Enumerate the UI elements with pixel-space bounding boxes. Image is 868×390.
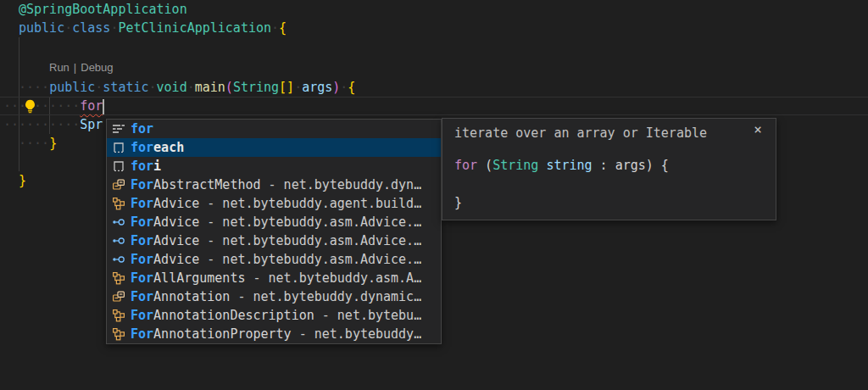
symbol-class-icon	[112, 290, 125, 304]
label-rest: Annotation	[153, 289, 230, 304]
codelens-separator: |	[74, 61, 76, 74]
label-rest: AbstractMethod	[153, 177, 260, 192]
suggestion-label: foreach	[131, 140, 184, 155]
symbol-interface-icon	[112, 215, 125, 229]
symbol-interface-icon	[112, 253, 125, 266]
suggestion-detail: - net.bytebuddy.dynamic…	[230, 289, 421, 304]
code-token: :	[593, 158, 615, 173]
matched-prefix: For	[131, 308, 153, 323]
suggestion-item[interactable]: ForAbstractMethod - net.bytebuddy.dyn…	[107, 176, 441, 194]
code-token: ·	[64, 20, 72, 36]
suggestion-item[interactable]: ForAnnotationProperty - net.bytebuddy…	[107, 325, 441, 343]
code-token: ·	[340, 80, 348, 95]
codelens-debug-link[interactable]: Debug	[81, 61, 113, 74]
code-token: args	[615, 158, 646, 173]
suggestion-detail: - net.bytebu…	[314, 308, 421, 323]
code-line[interactable]: ····public·static·void·main(String[]·arg…	[19, 78, 355, 97]
suggestion-item[interactable]: ForAdvice - net.bytebuddy.agent.build…	[107, 194, 441, 213]
label-rest: Advice	[153, 214, 199, 230]
matched-prefix: for	[131, 121, 153, 136]
suggestion-detail: - net.bytebuddy…	[292, 326, 422, 342]
code-token: (	[225, 80, 233, 95]
code-token: String	[492, 158, 538, 173]
suggestion-label: ForAllArguments - net.bytebuddy.asm.A…	[131, 270, 421, 286]
label-rest: i	[153, 159, 161, 174]
symbol-snippet-icon	[112, 141, 125, 154]
code-token: []	[279, 80, 294, 95]
code-token: args	[302, 80, 332, 95]
suggestion-item[interactable]: ForAnnotation - net.bytebuddy.dynamic…	[107, 287, 441, 306]
symbol-class-icon	[112, 178, 125, 192]
label-rest: Advice	[153, 196, 199, 211]
suggestion-detail: - net.bytebuddy.asm.Advice.…	[199, 214, 421, 230]
suggestion-label: ForAnnotationDescription - net.bytebu…	[131, 308, 421, 323]
matched-prefix: For	[131, 289, 153, 304]
label-rest: Advice	[153, 252, 199, 267]
suggestion-detail: - net.bytebuddy.asm.Advice.…	[199, 233, 421, 248]
symbol-struct-icon	[112, 309, 125, 322]
code-line[interactable]: @SpringBootApplication	[19, 0, 187, 19]
matched-prefix: For	[131, 177, 153, 192]
suggestion-item[interactable]: for	[107, 120, 441, 138]
matched-prefix: for	[131, 159, 153, 174]
code-token: @SpringBootApplication	[19, 2, 187, 17]
code-editor[interactable]: @SpringBootApplicationpublic·class·PetCl…	[0, 0, 868, 390]
label-rest: AllArguments	[153, 270, 245, 286]
suggestion-item[interactable]: ForAllArguments - net.bytebuddy.asm.A…	[107, 269, 441, 287]
matched-prefix: For	[131, 196, 153, 211]
code-token: {	[279, 20, 287, 36]
suggestion-detail: - net.bytebuddy.dyn…	[261, 177, 422, 192]
suggest-widget: forforeachforiForAbstractMethod - net.by…	[106, 119, 442, 344]
suggestion-label: for	[131, 121, 153, 136]
lightbulb-icon[interactable]	[23, 99, 37, 114]
code-token: (	[477, 158, 492, 173]
suggestion-item[interactable]: ForAnnotationDescription - net.bytebu…	[107, 306, 441, 325]
matched-prefix: For	[131, 214, 153, 230]
code-token: ·	[187, 80, 195, 95]
codelens: Run|Debug	[49, 60, 114, 75]
suggestion-item[interactable]: ForAdvice - net.bytebuddy.asm.Advice.…	[107, 250, 441, 269]
code-token: ····	[19, 80, 49, 95]
typed-word-with-error-squiggle: for	[80, 98, 103, 114]
suggestion-item[interactable]: ForAdvice - net.bytebuddy.asm.Advice.…	[107, 231, 441, 250]
whitespace-dots: ··	[3, 97, 19, 115]
code-token: ·	[95, 80, 103, 95]
label-rest: AnnotationProperty	[153, 326, 292, 342]
close-icon[interactable]: ×	[750, 122, 765, 137]
code-token: ·	[149, 80, 157, 95]
whitespace-dots: ··	[3, 115, 19, 134]
codelens-run-link[interactable]: Run	[49, 61, 70, 74]
suggestion-label: ForAdvice - net.bytebuddy.asm.Advice.…	[131, 252, 421, 267]
suggestion-label: ForAdvice - net.bytebuddy.asm.Advice.…	[131, 214, 421, 230]
suggestion-detail: - net.bytebuddy.agent.build…	[199, 196, 421, 211]
code-token: main	[195, 80, 225, 95]
matched-prefix: For	[131, 326, 153, 342]
text-cursor	[103, 99, 104, 114]
code-token: public	[49, 80, 95, 95]
code-token: string	[546, 158, 592, 173]
symbol-struct-icon	[112, 327, 125, 341]
code-token: ·	[271, 20, 279, 36]
docs-summary: iterate over an array or Iterable	[454, 124, 707, 142]
label-rest: Advice	[153, 233, 199, 248]
code-line[interactable]: }	[19, 171, 26, 190]
label-rest: each	[153, 140, 184, 155]
symbol-snippet-icon	[112, 159, 125, 173]
code-token: )	[332, 80, 340, 95]
code-token: PetClinicApplication	[118, 20, 271, 36]
suggest-docs-panel: iterate over an array or Iterable × for …	[442, 118, 776, 220]
matched-prefix: For	[131, 252, 153, 267]
suggestion-item[interactable]: ForAdvice - net.bytebuddy.asm.Advice.…	[107, 213, 441, 231]
symbol-interface-icon	[112, 234, 125, 248]
current-line-highlight	[0, 97, 868, 115]
code-line[interactable]: public·class·PetClinicApplication·{	[19, 19, 287, 37]
code-line[interactable]: ··········Spr	[19, 115, 103, 134]
code-token: ) {	[646, 158, 669, 173]
code-token: }	[454, 195, 462, 210]
code-token: public	[19, 20, 64, 36]
label-rest: AnnotationDescription	[153, 308, 314, 323]
suggestion-item[interactable]: fori	[107, 157, 441, 176]
code-token: ·	[294, 80, 302, 95]
suggestion-item[interactable]: foreach	[107, 138, 441, 157]
code-line[interactable]: ····}	[19, 134, 57, 153]
